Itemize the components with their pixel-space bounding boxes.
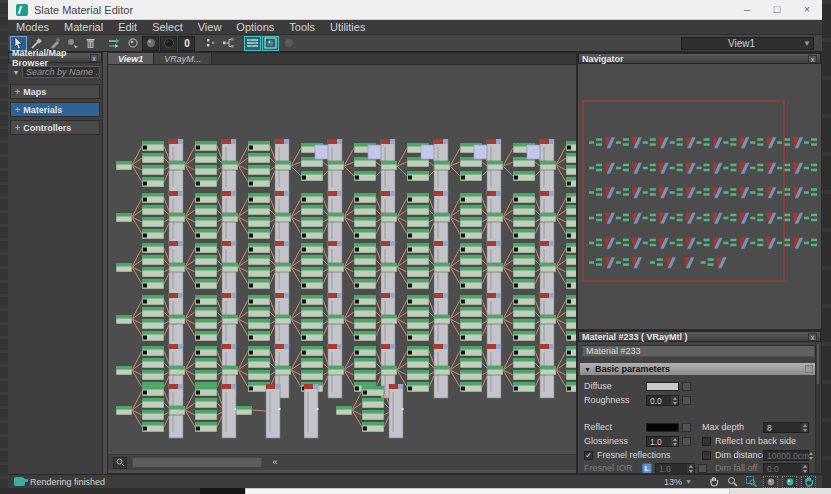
layout-children-icon[interactable] xyxy=(220,36,237,51)
glossiness-map-button[interactable] xyxy=(682,437,691,446)
menu-utilities[interactable]: Utilities xyxy=(330,21,365,33)
pan-hand-icon[interactable] xyxy=(706,476,721,488)
menu-options[interactable]: Options xyxy=(236,21,274,33)
browser-item-label: Maps xyxy=(23,87,46,97)
browser-panel-header[interactable]: Material/Map Browser x xyxy=(8,52,102,63)
dim-fall-off-label: Dim fall off xyxy=(715,462,757,474)
search-by-name-input[interactable]: Search by Name ... xyxy=(22,66,100,78)
show-map-count-icon[interactable]: 0 xyxy=(178,36,195,51)
close-button[interactable]: × xyxy=(792,1,822,19)
material-map-browser-toggle-icon[interactable] xyxy=(244,36,261,51)
reflect-color-swatch[interactable] xyxy=(646,423,679,432)
roughness-map-button[interactable] xyxy=(682,396,691,405)
diffuse-map-button[interactable] xyxy=(682,382,691,391)
graph-search-icon[interactable] xyxy=(113,457,127,469)
browser-item-materials[interactable]: +Materials xyxy=(10,102,100,117)
navigator-close-icon[interactable]: x xyxy=(808,55,817,63)
material-node-cluster[interactable] xyxy=(540,139,576,197)
zoom-extents-selected-icon[interactable] xyxy=(782,476,797,488)
parameter-editor-toggle-icon[interactable] xyxy=(262,36,279,51)
hide-unused-nodeslots-icon[interactable] xyxy=(124,36,141,51)
material-node-cluster[interactable] xyxy=(540,344,576,402)
navigator-panel: Navigator x xyxy=(577,52,822,330)
roughness-label: Roughness xyxy=(584,394,630,407)
browser-item-label: Controllers xyxy=(23,123,71,133)
maximize-button[interactable]: □ xyxy=(762,1,792,19)
material-node-cluster[interactable] xyxy=(169,384,239,442)
material-node-cluster[interactable] xyxy=(540,241,576,299)
material-node-cluster[interactable] xyxy=(336,384,406,442)
diffuse-color-swatch[interactable] xyxy=(646,382,679,391)
params-panel-header[interactable]: Material #233 ( VRayMtl ) x xyxy=(578,331,821,342)
material-node-cluster[interactable] xyxy=(236,384,282,442)
graph-search-input[interactable] xyxy=(132,457,262,468)
expand-plus-icon[interactable]: + xyxy=(15,87,20,97)
params-panel-title: Material #233 ( VRayMtl ) xyxy=(582,332,688,342)
dim-distance-spinner: 10000.0cm xyxy=(763,450,809,461)
params-scrollbar[interactable] xyxy=(815,343,820,473)
zoom-dropdown-icon[interactable]: ▼ xyxy=(685,478,692,485)
zoom-tool-icon[interactable] xyxy=(725,476,740,488)
menu-view[interactable]: View xyxy=(198,21,222,33)
show-background-icon[interactable] xyxy=(160,36,177,51)
menu-tools[interactable]: Tools xyxy=(289,21,315,33)
select-by-material-icon[interactable] xyxy=(280,36,297,51)
fresnel-ior-value: 1.6 xyxy=(659,464,671,474)
reflect-back-side-checkbox[interactable] xyxy=(702,437,711,446)
graph-search-collapse-button[interactable]: « xyxy=(268,457,282,469)
browser-item-maps[interactable]: +Maps xyxy=(10,84,100,99)
roughness-spinner[interactable]: 0.0 xyxy=(646,395,679,406)
pan-mode-active-icon[interactable] xyxy=(801,476,816,488)
browser-options-dropdown-icon[interactable]: ▼ xyxy=(10,67,22,78)
material-name-input[interactable]: Material #233 xyxy=(582,345,815,357)
statusbar: Rendering finished 13% ▼ xyxy=(8,474,822,488)
browser-panel-title: Material/Map Browser xyxy=(12,48,90,68)
desktop-taskbar-sliver xyxy=(0,488,831,494)
zoom-extents-icon[interactable] xyxy=(763,476,778,488)
fresnel-ior-lock-button[interactable]: L xyxy=(642,463,652,474)
menu-edit[interactable]: Edit xyxy=(118,21,137,33)
minimize-button[interactable]: – xyxy=(732,1,762,19)
max-depth-label: Max depth xyxy=(702,421,744,434)
params-close-icon[interactable]: x xyxy=(808,333,817,341)
expand-plus-icon[interactable]: + xyxy=(15,105,20,115)
dim-distance-value: 10000.0cm xyxy=(767,451,809,461)
menu-modes[interactable]: Modes xyxy=(16,21,49,33)
node-graph-canvas[interactable] xyxy=(108,65,576,457)
fresnel-reflections-checkbox[interactable]: ✓ xyxy=(584,451,593,460)
titlebar: Slate Material Editor – □ × xyxy=(8,0,822,20)
graph-search-bar: « xyxy=(108,454,576,470)
material-node-cluster[interactable] xyxy=(540,293,576,351)
basic-parameters-rollout[interactable]: ▼ Basic parameters xyxy=(580,363,817,375)
move-children-icon[interactable] xyxy=(106,36,123,51)
view-tab-vraym[interactable]: VRayM... xyxy=(154,53,212,64)
slate-material-editor-window: Slate Material Editor – □ × ModesMateria… xyxy=(0,0,831,494)
reflect-map-button[interactable] xyxy=(682,423,691,432)
navigator-panel-title: Navigator xyxy=(582,54,624,64)
glossiness-spinner[interactable]: 1.0 xyxy=(646,436,679,447)
material-node-cluster[interactable] xyxy=(304,384,320,442)
fresnel-ior-spinner: 1.6 xyxy=(655,463,695,474)
menu-select[interactable]: Select xyxy=(152,21,183,33)
navigator-panel-header[interactable]: Navigator x xyxy=(578,53,821,64)
active-view-dropdown[interactable]: View1 ▼ xyxy=(681,37,814,50)
browser-item-label: Materials xyxy=(23,105,62,115)
dim-distance-checkbox[interactable] xyxy=(702,451,711,460)
rollout-corner-icon xyxy=(805,365,813,373)
toolbar: 0 View1 ▼ xyxy=(8,35,822,52)
background-app-right-strip xyxy=(822,0,831,494)
navigator-minimap[interactable] xyxy=(579,65,820,329)
max-depth-spinner[interactable]: 8 xyxy=(763,422,809,433)
show-shaded-material-icon[interactable] xyxy=(142,36,159,51)
zoom-level-value[interactable]: 13% xyxy=(664,477,682,487)
parameter-editor-panel: Material #233 ( VRayMtl ) x Material #23… xyxy=(577,330,822,474)
menu-material[interactable]: Material xyxy=(64,21,103,33)
browser-item-controllers[interactable]: +Controllers xyxy=(10,120,100,135)
layout-all-vertical-icon[interactable] xyxy=(202,36,219,51)
fresnel-ior-map-button[interactable] xyxy=(698,464,707,473)
view-tab-view1[interactable]: View1 xyxy=(108,53,154,64)
expand-plus-icon[interactable]: + xyxy=(15,123,20,133)
browser-close-icon[interactable]: x xyxy=(90,54,98,62)
zoom-region-icon[interactable] xyxy=(744,476,759,488)
status-message: Rendering finished xyxy=(30,477,105,487)
